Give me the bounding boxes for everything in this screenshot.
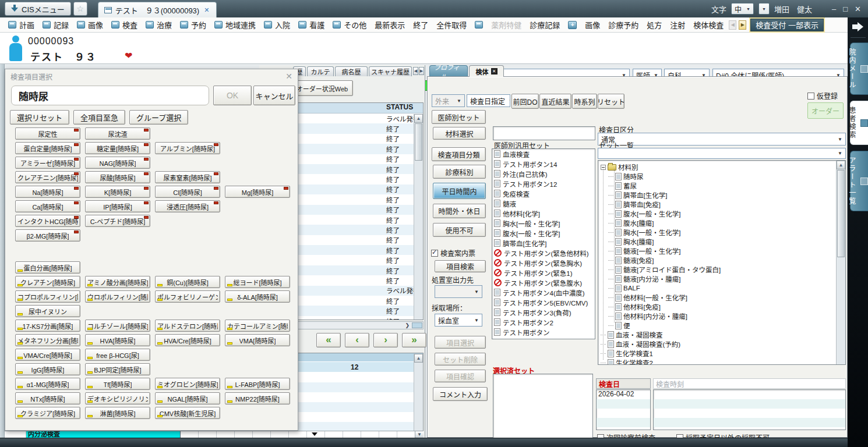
tree-item[interactable]: 他材料[一般・生化学] (608, 293, 845, 302)
menu-item[interactable]: 注射 (666, 18, 689, 31)
tree-item[interactable]: 腹水[一般・生化学] (608, 209, 845, 218)
selected-set-list[interactable] (493, 374, 593, 441)
test-item-button[interactable]: BJP同定[随時尿] (85, 363, 150, 375)
tree-scrollbar[interactable]: ▲ (836, 161, 845, 364)
menu-item[interactable]: 検体検査 (690, 18, 727, 31)
tab-profile[interactable]: プロフィール (429, 65, 468, 77)
test-item-button[interactable]: ミオグロビン[随時尿] (155, 378, 220, 390)
test-item-button[interactable]: 尿中イヌリン (15, 305, 80, 317)
vertical-scrollbar[interactable]: ▲ (414, 354, 423, 431)
test-item-button[interactable]: Ca[随時尿] (15, 200, 80, 212)
menu-item[interactable]: 看護 (295, 18, 328, 31)
tree-item[interactable]: 髄液[内分泌・腫瘍] (608, 274, 845, 283)
status-row[interactable]: 終了 (288, 123, 423, 133)
test-item-button[interactable]: コプロポルフィリン[随尿] (15, 290, 80, 303)
set-list-item[interactable]: テスト用ボタン2 (492, 317, 595, 327)
set-list-item[interactable]: 髄液 (492, 198, 595, 208)
set-list-item[interactable]: テスト用ボタン(緊急他材料) (492, 248, 595, 258)
endocrine-test-cell[interactable]: 内分泌検査 (26, 431, 181, 438)
font-size-select[interactable]: 中 (731, 3, 754, 15)
test-item-button[interactable]: 尿定性 (15, 127, 80, 140)
tree-item[interactable]: 胸水[腫瘍] (608, 237, 845, 246)
exam-date-value[interactable]: 2026-04-02 (597, 390, 650, 399)
test-item-button[interactable]: アミノ酸分画[随時尿] (85, 276, 150, 288)
menu-item[interactable]: 検査 (108, 18, 141, 31)
test-item-button[interactable]: α1-MG[随時尿] (15, 378, 80, 390)
status-row[interactable]: 終了 (288, 255, 423, 265)
recent-results-button[interactable]: 直近結果 (539, 94, 571, 109)
side-tab[interactable]: アラート一覧 (850, 151, 868, 211)
last-page-button[interactable]: » (402, 333, 426, 347)
dialog-tool-button[interactable]: グループ選択 (129, 110, 188, 125)
status-row[interactable]: 終了 (288, 164, 423, 174)
test-item-button[interactable]: デオキシピリジノリン[尿] (85, 392, 150, 405)
menu-item[interactable]: 計画 (5, 18, 38, 31)
item-select-button[interactable]: 項目選択 (435, 336, 486, 349)
set-list-item[interactable]: 腹水[一般・生化学] (492, 228, 595, 238)
tree-item[interactable]: 随時尿 (608, 172, 845, 181)
set-delete-button[interactable]: セット削除 (435, 353, 486, 366)
set-list-item[interactable]: テスト用ボタン3(負荷) (492, 307, 595, 317)
menu-item[interactable]: 画像 (73, 18, 107, 31)
menu-item[interactable]: 予約 (177, 18, 210, 31)
set-list-item[interactable]: テスト用ボタン (492, 327, 595, 337)
tree-item[interactable]: 血液・凝固検査(予約) (601, 339, 845, 349)
test-item-button[interactable]: NGAL[随時尿] (155, 392, 220, 405)
tree-item[interactable]: 便 (608, 321, 845, 330)
window-close-button[interactable]: ✕ (855, 5, 861, 13)
tab-close-icon[interactable]: ✕ (203, 6, 210, 14)
set-list-item[interactable]: テスト用ボタン14 (492, 159, 595, 169)
tree-item[interactable]: 他材料[免疫] (608, 302, 845, 311)
set-list-item[interactable]: テスト用ボタン(緊急1) (492, 268, 595, 278)
comment-input-button[interactable]: コメント入力 (433, 387, 488, 401)
tree-item[interactable]: 髄液[アミロイド蛋白・タウ蛋白] (608, 265, 845, 274)
status-row[interactable]: 終了 (288, 245, 423, 255)
menu-item[interactable] (471, 20, 486, 30)
vertical-scrollbar[interactable]: ▲ (414, 114, 423, 320)
test-item-button[interactable]: アルブミン[随時尿] (155, 142, 220, 154)
status-row[interactable]: ラベル発行 (288, 113, 423, 123)
test-item-button[interactable]: Mg[随時尿] (225, 186, 290, 198)
exam-time-list[interactable] (653, 389, 846, 430)
window-maximize-button[interactable]: □ (843, 5, 848, 13)
test-item-button[interactable]: 浸透圧[随時尿] (155, 200, 220, 212)
set-list-item[interactable]: テスト用ボタン5(EBV/CMV) (492, 297, 595, 307)
scroll-up-icon[interactable]: ▲ (414, 354, 423, 363)
test-item-button[interactable]: L-FABP[随時尿] (225, 378, 290, 390)
menu-item[interactable]: 診療記録 (526, 18, 563, 31)
test-item-button[interactable]: 総ヨード[随時尿] (225, 276, 290, 288)
set-list-item[interactable]: テスト用ボタン12 (492, 179, 595, 189)
checkbox-icon[interactable] (807, 93, 814, 100)
sample-room-select[interactable]: 採血室 (435, 314, 482, 327)
status-row[interactable]: 月終了 (288, 275, 423, 285)
set-list-item[interactable]: 外注(自己抗体) (492, 169, 595, 179)
test-item-button[interactable]: インタクトHCG[随時尿] (15, 215, 80, 227)
set-list-item[interactable]: 免疫検査 (492, 189, 595, 198)
dialog-tool-button[interactable]: 全項目至急 (73, 110, 125, 125)
tab-close-icon[interactable]: ✕ (491, 68, 497, 74)
menu-item[interactable]: 入院 (260, 18, 294, 31)
test-item-button[interactable]: NTx[随時尿] (15, 392, 80, 405)
status-row[interactable]: 終了 (288, 134, 423, 144)
font-style-select[interactable] (758, 3, 770, 15)
item-confirm-button[interactable]: 項目確認 (435, 370, 486, 382)
status-row[interactable]: 終了 (288, 316, 423, 320)
date-mode-select[interactable]: 検査日指定 (467, 94, 510, 107)
menu-item[interactable]: 画像 (581, 18, 604, 31)
status-row[interactable]: 終了 (288, 215, 423, 225)
test-item-button[interactable]: Cl[随時尿] (155, 186, 220, 198)
doctor-set-button[interactable]: 医師別セット (432, 110, 486, 124)
item-category-button[interactable]: 検査項目分類 (432, 147, 486, 161)
tree-item[interactable]: 腹水[腫瘍] (608, 218, 845, 228)
patient-tab[interactable]: テスト ９３(00000093) ✕ (98, 2, 217, 17)
test-item-button[interactable]: メタネフリン分画[随時尿] (15, 334, 80, 346)
test-item-button[interactable]: β2-MG[随時尿] (15, 229, 80, 242)
test-item-button[interactable]: クラミジア[随時尿] (15, 407, 80, 419)
test-item-button[interactable]: アミラーゼ[随時尿] (15, 157, 80, 169)
set-list-item[interactable]: テスト用ボタン4(血中濃度) (492, 288, 595, 297)
previous-do-button[interactable]: 前回DO (511, 94, 539, 109)
test-item-button[interactable]: IgG[随時尿] (15, 363, 80, 375)
menu-scroll-arrow-icon[interactable]: ▶ (739, 20, 746, 30)
window-minimize-button[interactable]: – (832, 5, 836, 13)
test-item-button[interactable]: 蛋白分画[随時尿] (15, 261, 80, 274)
